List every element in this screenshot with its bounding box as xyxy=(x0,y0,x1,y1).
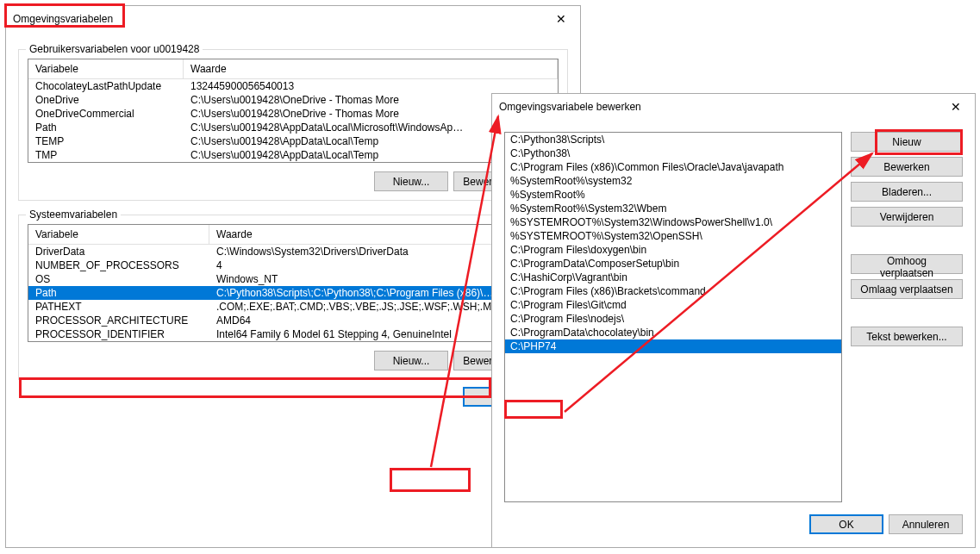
list-item[interactable]: %SystemRoot%\System32\Wbem xyxy=(505,202,841,215)
table-row[interactable]: PathC:\Python38\Scripts\;C:\Python38\;C:… xyxy=(28,286,558,300)
table-row[interactable]: TMPC:\Users\u0019428\AppData\Local\Temp xyxy=(28,148,558,162)
edit-button[interactable]: Bewerken xyxy=(851,157,963,177)
col-variable[interactable]: Variabele xyxy=(28,225,209,244)
table-row[interactable]: DriverDataC:\Windows\System32\Drivers\Dr… xyxy=(28,245,558,258)
move-up-button[interactable]: Omhoog verplaatsen xyxy=(851,254,963,274)
titlebar: Omgevingsvariabelen ✕ xyxy=(6,6,580,32)
list-item[interactable]: %SystemRoot% xyxy=(505,188,841,202)
titlebar: Omgevingsvariabele bewerken ✕ xyxy=(492,94,975,120)
move-down-button[interactable]: Omlaag verplaatsen xyxy=(851,279,963,299)
list-item[interactable]: C:\Program Files (x86)\Common Files\Orac… xyxy=(505,160,841,174)
ok-button[interactable]: OK xyxy=(809,514,883,534)
list-item[interactable]: C:\Program Files\nodejs\ xyxy=(505,312,841,326)
table-row[interactable]: NUMBER_OF_PROCESSORS4 xyxy=(28,258,558,272)
col-variable[interactable]: Variabele xyxy=(28,59,184,78)
table-row[interactable]: OneDriveC:\Users\u0019428\OneDrive - Tho… xyxy=(28,93,558,107)
user-group-title: Gebruikersvariabelen voor u0019428 xyxy=(26,43,203,55)
list-item[interactable]: %SYSTEMROOT%\System32\OpenSSH\ xyxy=(505,229,841,243)
cell-var: PATHEXT xyxy=(28,300,209,314)
user-vars-table[interactable]: Variabele Waarde ChocolateyLastPathUpdat… xyxy=(28,59,559,163)
cancel-button[interactable]: Annuleren xyxy=(889,514,963,534)
list-item[interactable]: C:\PHP74 xyxy=(505,339,841,353)
list-item[interactable]: %SystemRoot%\system32 xyxy=(505,174,841,188)
list-item[interactable]: %SYSTEMROOT%\System32\WindowsPowerShell\… xyxy=(505,215,841,229)
table-row[interactable]: PROCESSOR_IDENTIFIERIntel64 Family 6 Mod… xyxy=(28,327,558,341)
cell-var: Path xyxy=(28,286,209,300)
cell-val: 132445900056540013 xyxy=(184,79,558,93)
path-list[interactable]: C:\Python38\Scripts\C:\Python38\C:\Progr… xyxy=(504,132,842,502)
edit-env-var-dialog: Omgevingsvariabele bewerken ✕ C:\Python3… xyxy=(491,93,976,548)
table-row[interactable]: PROCESSOR_ARCHITECTUREAMD64 xyxy=(28,314,558,327)
list-item[interactable]: C:\ProgramData\chocolatey\bin xyxy=(505,326,841,339)
close-button[interactable]: ✕ xyxy=(541,6,580,32)
sys-group-title: Systeemvariabelen xyxy=(26,209,121,221)
sys-vars-table[interactable]: Variabele Waarde DriverDataC:\Windows\Sy… xyxy=(28,224,559,342)
table-row[interactable]: OSWindows_NT xyxy=(28,272,558,286)
table-row[interactable]: PATHEXT.COM;.EXE;.BAT;.CMD;.VBS;.VBE;.JS… xyxy=(28,300,558,314)
new-button[interactable]: Nieuw xyxy=(851,132,963,152)
list-item[interactable]: C:\Python38\Scripts\ xyxy=(505,133,841,146)
cell-var: ChocolateyLastPathUpdate xyxy=(28,79,184,93)
list-item[interactable]: C:\ProgramData\ComposerSetup\bin xyxy=(505,257,841,271)
list-item[interactable]: C:\HashiCorp\Vagrant\bin xyxy=(505,271,841,284)
cell-var: TEMP xyxy=(28,134,184,148)
list-item[interactable]: C:\Program Files\doxygen\bin xyxy=(505,243,841,257)
side-buttons: Nieuw Bewerken Bladeren... Verwijderen O… xyxy=(851,132,963,502)
user-buttons: Nieuw... Bewerken... xyxy=(28,171,559,191)
cell-var: OS xyxy=(28,272,209,286)
cell-var: TMP xyxy=(28,148,184,162)
cell-var: OneDriveCommercial xyxy=(28,107,184,121)
list-item[interactable]: C:\Program Files (x86)\Brackets\command xyxy=(505,284,841,298)
cell-var: PROCESSOR_ARCHITECTURE xyxy=(28,314,209,327)
cell-var: OneDrive xyxy=(28,93,184,107)
close-button[interactable]: ✕ xyxy=(936,94,975,120)
cell-var: PROCESSOR_IDENTIFIER xyxy=(28,327,209,341)
cell-var: DriverData xyxy=(28,245,209,258)
delete-button[interactable]: Verwijderen xyxy=(851,207,963,227)
table-row[interactable]: TEMPC:\Users\u0019428\AppData\Local\Temp xyxy=(28,134,558,148)
browse-button[interactable]: Bladeren... xyxy=(851,182,963,202)
table-row[interactable]: ChocolateyLastPathUpdate1324459000565400… xyxy=(28,79,558,93)
sys-buttons: Nieuw... Bewerken... xyxy=(28,351,559,370)
sys-vars-group: Systeemvariabelen Variabele Waarde Drive… xyxy=(18,215,568,380)
sys-new-button[interactable]: Nieuw... xyxy=(374,351,448,370)
cell-var: Path xyxy=(28,121,184,134)
table-row[interactable]: PathC:\Users\u0019428\AppData\Local\Micr… xyxy=(28,121,558,134)
list-item[interactable]: C:\Program Files\Git\cmd xyxy=(505,298,841,312)
list-item[interactable]: C:\Python38\ xyxy=(505,146,841,160)
dialog-title: Omgevingsvariabelen xyxy=(13,13,113,25)
user-vars-group: Gebruikersvariabelen voor u0019428 Varia… xyxy=(18,49,568,201)
table-row[interactable]: OneDriveCommercialC:\Users\u0019428\OneD… xyxy=(28,107,558,121)
cell-var: NUMBER_OF_PROCESSORS xyxy=(28,258,209,272)
user-new-button[interactable]: Nieuw... xyxy=(374,171,448,191)
col-value[interactable]: Waarde xyxy=(184,59,558,78)
edit-text-button[interactable]: Tekst bewerken... xyxy=(851,327,963,346)
table-header: Variabele Waarde xyxy=(28,225,558,245)
dialog-title: Omgevingsvariabele bewerken xyxy=(499,101,641,113)
table-header: Variabele Waarde xyxy=(28,59,558,79)
